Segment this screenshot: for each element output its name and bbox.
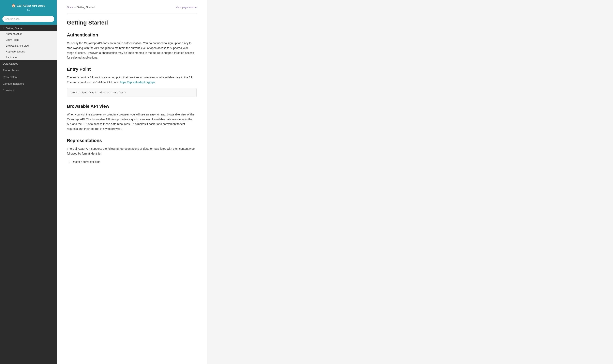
sidebar-item-cookbook[interactable]: Cookbook — [0, 87, 57, 94]
list-item-raster-vector: Raster and vector data — [72, 159, 197, 165]
getting-started-sub-items: Authentication Entry Point Browsable API… — [0, 31, 57, 60]
browsable-api-heading: Browsable API View — [67, 104, 197, 109]
triangle-icon: ▽ — [3, 27, 4, 29]
curl-code-block: curl https://api.cal-adapt.org/api/ — [67, 88, 197, 97]
home-icon: 🏠 — [12, 4, 16, 8]
browsable-api-body: When you visit the above entry point in … — [67, 112, 197, 131]
getting-started-label: Getting Started — [6, 27, 23, 30]
breadcrumb-separator: » — [74, 6, 76, 9]
representations-body: The Cal-Adapt API supports the following… — [67, 146, 197, 156]
authentication-heading: Authentication — [67, 32, 197, 38]
main-wrapper: Docs » Getting Started View page source … — [57, 0, 613, 364]
breadcrumb-divider — [67, 13, 197, 14]
entry-point-body-suffix: . — [155, 81, 156, 84]
sidebar-item-climate-indicators[interactable]: Climate Indicators — [0, 80, 57, 87]
authentication-body: Currently the Cal-Adapt API does not req… — [67, 41, 197, 60]
version-label: 1.0 — [3, 8, 53, 11]
sidebar-item-representations[interactable]: Representations — [0, 49, 57, 54]
representations-list: Raster and vector data — [72, 159, 197, 165]
sidebar-item-raster-store[interactable]: Raster Store — [0, 74, 57, 80]
sidebar-item-raster-series[interactable]: Raster Series — [0, 67, 57, 74]
sidebar-item-pagination[interactable]: Pagination — [0, 54, 57, 60]
sidebar-item-data-catalog[interactable]: Data Catalog — [0, 60, 57, 67]
search-input[interactable] — [2, 16, 54, 22]
breadcrumb: Docs » Getting Started View page source — [67, 6, 197, 9]
sidebar: 🏠 Cal-Adapt API Docs 1.0 ▽ Getting Start… — [0, 0, 57, 364]
sidebar-item-authentication[interactable]: Authentication — [0, 31, 57, 37]
breadcrumb-current: Getting Started — [77, 6, 94, 9]
main-content: Docs » Getting Started View page source … — [57, 0, 207, 364]
getting-started-group-label[interactable]: ▽ Getting Started — [0, 25, 57, 31]
right-panel — [207, 0, 613, 364]
page-title: Getting Started — [67, 19, 197, 26]
view-source-link[interactable]: View page source — [176, 6, 197, 9]
sidebar-getting-started-group: ▽ Getting Started Authentication Entry P… — [0, 25, 57, 60]
api-url-link[interactable]: https://api.cal-adapt.org/api/ — [120, 81, 155, 84]
sidebar-item-browsable-api-view[interactable]: Browsable API View — [0, 43, 57, 49]
representations-heading: Representations — [67, 138, 197, 143]
breadcrumb-docs-link[interactable]: Docs — [67, 6, 73, 9]
sidebar-item-entry-point[interactable]: Entry Point — [0, 37, 57, 43]
search-box-container — [0, 14, 57, 25]
sidebar-header: 🏠 Cal-Adapt API Docs 1.0 — [0, 0, 57, 14]
content-area: Docs » Getting Started View page source … — [57, 0, 613, 364]
entry-point-heading: Entry Point — [67, 67, 197, 72]
entry-point-body: The entry point or API root is a startin… — [67, 75, 197, 85]
site-title: Cal-Adapt API Docs — [17, 4, 45, 7]
